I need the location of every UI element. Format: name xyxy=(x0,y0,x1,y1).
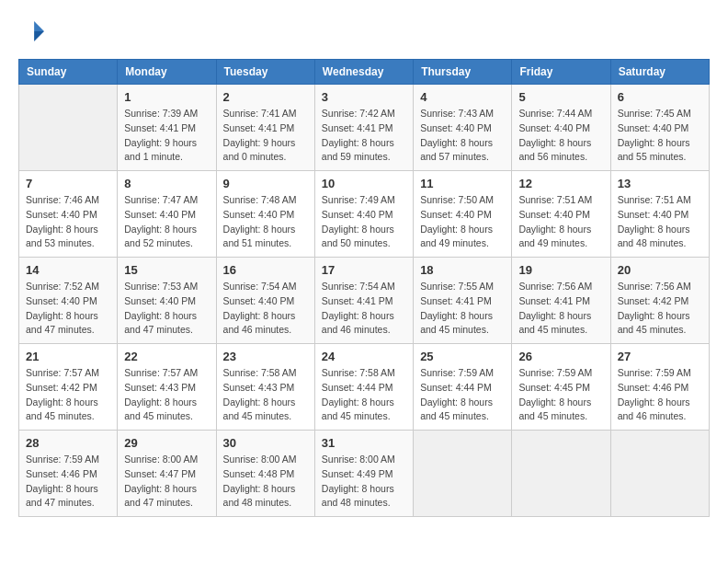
day-number: 28 xyxy=(26,436,110,450)
calendar-cell: 23 Sunrise: 7:58 AMSunset: 4:43 PMDaylig… xyxy=(216,344,314,431)
calendar-cell: 2 Sunrise: 7:41 AMSunset: 4:41 PMDayligh… xyxy=(216,85,314,171)
day-number: 15 xyxy=(124,263,209,277)
weekday-header: Sunday xyxy=(19,60,118,85)
day-info: Sunrise: 7:41 AMSunset: 4:41 PMDaylight:… xyxy=(223,107,308,165)
day-info: Sunrise: 7:54 AMSunset: 4:41 PMDaylight:… xyxy=(322,280,406,338)
weekday-header: Friday xyxy=(512,60,610,85)
day-info: Sunrise: 7:49 AMSunset: 4:40 PMDaylight:… xyxy=(322,193,406,251)
calendar-cell: 3 Sunrise: 7:42 AMSunset: 4:41 PMDayligh… xyxy=(314,85,413,171)
calendar-cell: 17 Sunrise: 7:54 AMSunset: 4:41 PMDaylig… xyxy=(314,258,413,344)
day-info: Sunrise: 7:51 AMSunset: 4:40 PMDaylight:… xyxy=(518,193,603,251)
calendar-cell: 10 Sunrise: 7:49 AMSunset: 4:40 PMDaylig… xyxy=(314,171,413,258)
day-info: Sunrise: 7:57 AMSunset: 4:42 PMDaylight:… xyxy=(26,366,110,424)
calendar-cell: 16 Sunrise: 7:54 AMSunset: 4:40 PMDaylig… xyxy=(216,258,314,344)
day-info: Sunrise: 7:47 AMSunset: 4:40 PMDaylight:… xyxy=(124,193,209,251)
day-info: Sunrise: 7:39 AMSunset: 4:41 PMDaylight:… xyxy=(124,107,209,165)
day-number: 13 xyxy=(618,177,702,190)
weekday-header: Thursday xyxy=(414,60,512,85)
day-info: Sunrise: 7:45 AMSunset: 4:40 PMDaylight:… xyxy=(618,107,702,165)
day-info: Sunrise: 7:57 AMSunset: 4:43 PMDaylight:… xyxy=(124,366,209,424)
day-number: 11 xyxy=(420,177,505,190)
calendar-cell: 14 Sunrise: 7:52 AMSunset: 4:40 PMDaylig… xyxy=(19,258,118,344)
day-number: 17 xyxy=(322,263,406,277)
day-info: Sunrise: 7:59 AMSunset: 4:45 PMDaylight:… xyxy=(518,366,603,424)
day-number: 10 xyxy=(322,177,406,190)
day-info: Sunrise: 7:58 AMSunset: 4:43 PMDaylight:… xyxy=(223,366,308,424)
page-header xyxy=(18,18,710,44)
day-info: Sunrise: 7:52 AMSunset: 4:40 PMDaylight:… xyxy=(26,280,110,338)
svg-marker-1 xyxy=(34,31,44,41)
weekday-header: Saturday xyxy=(610,60,709,85)
calendar-cell: 8 Sunrise: 7:47 AMSunset: 4:40 PMDayligh… xyxy=(118,171,216,258)
day-number: 30 xyxy=(223,436,308,450)
day-number: 16 xyxy=(223,263,308,277)
calendar-cell xyxy=(19,85,118,171)
day-number: 18 xyxy=(420,263,505,277)
day-number: 20 xyxy=(618,263,702,277)
day-info: Sunrise: 7:44 AMSunset: 4:40 PMDaylight:… xyxy=(518,107,603,165)
day-number: 12 xyxy=(518,177,603,190)
calendar-cell: 9 Sunrise: 7:48 AMSunset: 4:40 PMDayligh… xyxy=(216,171,314,258)
calendar-cell: 19 Sunrise: 7:56 AMSunset: 4:41 PMDaylig… xyxy=(512,258,610,344)
weekday-header: Wednesday xyxy=(314,60,413,85)
day-info: Sunrise: 7:56 AMSunset: 4:42 PMDaylight:… xyxy=(618,280,702,338)
day-number: 29 xyxy=(124,436,209,450)
logo xyxy=(18,18,48,44)
day-info: Sunrise: 8:00 AMSunset: 4:47 PMDaylight:… xyxy=(124,453,209,511)
day-info: Sunrise: 7:53 AMSunset: 4:40 PMDaylight:… xyxy=(124,280,209,338)
calendar-cell: 29 Sunrise: 8:00 AMSunset: 4:47 PMDaylig… xyxy=(118,431,216,517)
calendar-cell xyxy=(414,431,512,517)
day-number: 5 xyxy=(518,90,603,104)
day-info: Sunrise: 7:51 AMSunset: 4:40 PMDaylight:… xyxy=(618,193,702,251)
calendar-cell: 26 Sunrise: 7:59 AMSunset: 4:45 PMDaylig… xyxy=(512,344,610,431)
calendar-cell: 15 Sunrise: 7:53 AMSunset: 4:40 PMDaylig… xyxy=(118,258,216,344)
day-info: Sunrise: 8:00 AMSunset: 4:48 PMDaylight:… xyxy=(223,453,308,511)
day-number: 9 xyxy=(223,177,308,190)
day-info: Sunrise: 7:55 AMSunset: 4:41 PMDaylight:… xyxy=(420,280,505,338)
day-info: Sunrise: 7:59 AMSunset: 4:46 PMDaylight:… xyxy=(618,366,702,424)
day-info: Sunrise: 7:59 AMSunset: 4:44 PMDaylight:… xyxy=(420,366,505,424)
day-info: Sunrise: 8:00 AMSunset: 4:49 PMDaylight:… xyxy=(322,453,406,511)
calendar-cell: 4 Sunrise: 7:43 AMSunset: 4:40 PMDayligh… xyxy=(414,85,512,171)
day-number: 23 xyxy=(223,350,308,363)
calendar-cell: 28 Sunrise: 7:59 AMSunset: 4:46 PMDaylig… xyxy=(19,431,118,517)
calendar-table: SundayMondayTuesdayWednesdayThursdayFrid… xyxy=(18,59,710,517)
calendar-cell: 5 Sunrise: 7:44 AMSunset: 4:40 PMDayligh… xyxy=(512,85,610,171)
day-info: Sunrise: 7:58 AMSunset: 4:44 PMDaylight:… xyxy=(322,366,406,424)
day-number: 7 xyxy=(26,177,110,190)
calendar-cell: 24 Sunrise: 7:58 AMSunset: 4:44 PMDaylig… xyxy=(314,344,413,431)
day-number: 31 xyxy=(322,436,406,450)
calendar-cell: 12 Sunrise: 7:51 AMSunset: 4:40 PMDaylig… xyxy=(512,171,610,258)
calendar-cell: 11 Sunrise: 7:50 AMSunset: 4:40 PMDaylig… xyxy=(414,171,512,258)
calendar-cell: 27 Sunrise: 7:59 AMSunset: 4:46 PMDaylig… xyxy=(610,344,709,431)
day-number: 14 xyxy=(26,263,110,277)
calendar-cell xyxy=(610,431,709,517)
calendar-cell: 6 Sunrise: 7:45 AMSunset: 4:40 PMDayligh… xyxy=(610,85,709,171)
day-number: 1 xyxy=(124,90,209,104)
svg-marker-0 xyxy=(34,21,44,31)
day-number: 21 xyxy=(26,350,110,363)
calendar-cell: 31 Sunrise: 8:00 AMSunset: 4:49 PMDaylig… xyxy=(314,431,413,517)
day-info: Sunrise: 7:50 AMSunset: 4:40 PMDaylight:… xyxy=(420,193,505,251)
day-number: 25 xyxy=(420,350,505,363)
day-number: 2 xyxy=(223,90,308,104)
day-number: 19 xyxy=(518,263,603,277)
calendar-cell: 1 Sunrise: 7:39 AMSunset: 4:41 PMDayligh… xyxy=(118,85,216,171)
day-info: Sunrise: 7:42 AMSunset: 4:41 PMDaylight:… xyxy=(322,107,406,165)
calendar-header: SundayMondayTuesdayWednesdayThursdayFrid… xyxy=(19,60,710,85)
day-number: 3 xyxy=(322,90,406,104)
day-number: 26 xyxy=(518,350,603,363)
logo-icon xyxy=(18,18,44,44)
day-info: Sunrise: 7:43 AMSunset: 4:40 PMDaylight:… xyxy=(420,107,505,165)
calendar-cell: 20 Sunrise: 7:56 AMSunset: 4:42 PMDaylig… xyxy=(610,258,709,344)
day-number: 24 xyxy=(322,350,406,363)
calendar-cell: 30 Sunrise: 8:00 AMSunset: 4:48 PMDaylig… xyxy=(216,431,314,517)
day-info: Sunrise: 7:56 AMSunset: 4:41 PMDaylight:… xyxy=(518,280,603,338)
calendar-cell: 22 Sunrise: 7:57 AMSunset: 4:43 PMDaylig… xyxy=(118,344,216,431)
calendar-cell: 21 Sunrise: 7:57 AMSunset: 4:42 PMDaylig… xyxy=(19,344,118,431)
day-number: 4 xyxy=(420,90,505,104)
day-info: Sunrise: 7:48 AMSunset: 4:40 PMDaylight:… xyxy=(223,193,308,251)
calendar-cell: 7 Sunrise: 7:46 AMSunset: 4:40 PMDayligh… xyxy=(19,171,118,258)
calendar-cell xyxy=(512,431,610,517)
weekday-header: Monday xyxy=(118,60,216,85)
